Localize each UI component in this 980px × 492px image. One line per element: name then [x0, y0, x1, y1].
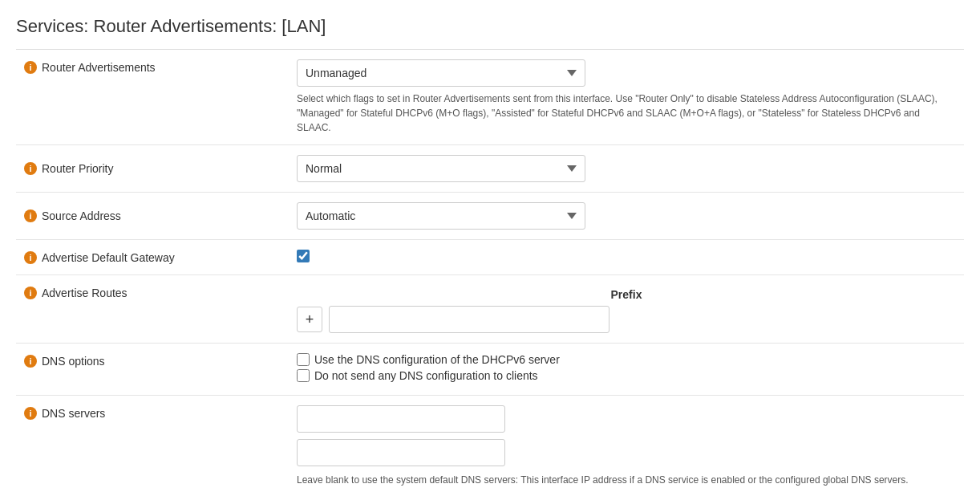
control-advertise-routes: Prefix + [289, 275, 964, 344]
label-router-advertisements: i Router Advertisements [16, 50, 289, 145]
label-source-address: i Source Address [16, 193, 289, 240]
control-advertise-default-gateway [289, 240, 964, 275]
info-icon-dns-servers: i [24, 407, 37, 420]
info-icon-router-advertisements: i [24, 61, 37, 74]
row-router-priority: i Router Priority Normal High Low [16, 145, 964, 193]
control-router-priority: Normal High Low [289, 145, 964, 193]
prefix-row: + [297, 306, 956, 333]
help-dns-servers: Leave blank to use the system default DN… [297, 473, 956, 487]
row-source-address: i Source Address Automatic [16, 193, 964, 240]
advertise-default-gateway-checkbox[interactable] [297, 250, 310, 262]
row-router-advertisements: i Router Advertisements Unmanaged Router… [16, 50, 964, 145]
source-address-select[interactable]: Automatic [297, 202, 585, 230]
row-dns-options: i DNS options Use the DNS configuration … [16, 344, 964, 396]
add-prefix-button[interactable]: + [297, 307, 322, 332]
router-priority-select[interactable]: Normal High Low [297, 155, 585, 182]
page-title: Services: Router Advertisements: [LAN] [16, 8, 964, 50]
label-advertise-routes: i Advertise Routes [16, 275, 289, 344]
row-dns-servers: i DNS servers Leave blank to use the sys… [16, 396, 964, 493]
info-icon-advertise-routes: i [24, 287, 37, 299]
label-dns-options: i DNS options [16, 344, 289, 396]
label-advertise-default-gateway: i Advertise Default Gateway [16, 240, 289, 275]
info-icon-source-address: i [24, 209, 37, 222]
control-source-address: Automatic [289, 193, 964, 240]
dns-server-2-input[interactable] [297, 439, 505, 466]
control-dns-options: Use the DNS configuration of the DHCPv6 … [289, 344, 964, 396]
info-icon-router-priority: i [24, 162, 37, 175]
prefix-header: Prefix [297, 285, 956, 306]
info-icon-dns-options: i [24, 355, 37, 368]
form-table: i Router Advertisements Unmanaged Router… [16, 50, 964, 492]
dns-server-1-input[interactable] [297, 405, 505, 433]
dns-option2-label[interactable]: Do not send any DNS configuration to cli… [297, 369, 956, 382]
prefix-input[interactable] [329, 306, 609, 333]
control-dns-servers: Leave blank to use the system default DN… [289, 396, 964, 493]
info-icon-advertise-default-gateway: i [24, 251, 37, 264]
dns-option1-label[interactable]: Use the DNS configuration of the DHCPv6 … [297, 353, 956, 366]
control-router-advertisements: Unmanaged Router Only Managed Assisted S… [289, 50, 964, 145]
router-advertisements-select[interactable]: Unmanaged Router Only Managed Assisted S… [297, 59, 585, 87]
dns-option2-checkbox[interactable] [297, 369, 310, 382]
dns-option1-checkbox[interactable] [297, 353, 310, 366]
page-container: Services: Router Advertisements: [LAN] i… [0, 0, 980, 492]
row-advertise-routes: i Advertise Routes Prefix + [16, 275, 964, 344]
label-router-priority: i Router Priority [16, 145, 289, 193]
row-advertise-default-gateway: i Advertise Default Gateway [16, 240, 964, 275]
label-dns-servers: i DNS servers [16, 396, 289, 493]
help-router-advertisements: Select which flags to set in Router Adve… [297, 91, 956, 135]
